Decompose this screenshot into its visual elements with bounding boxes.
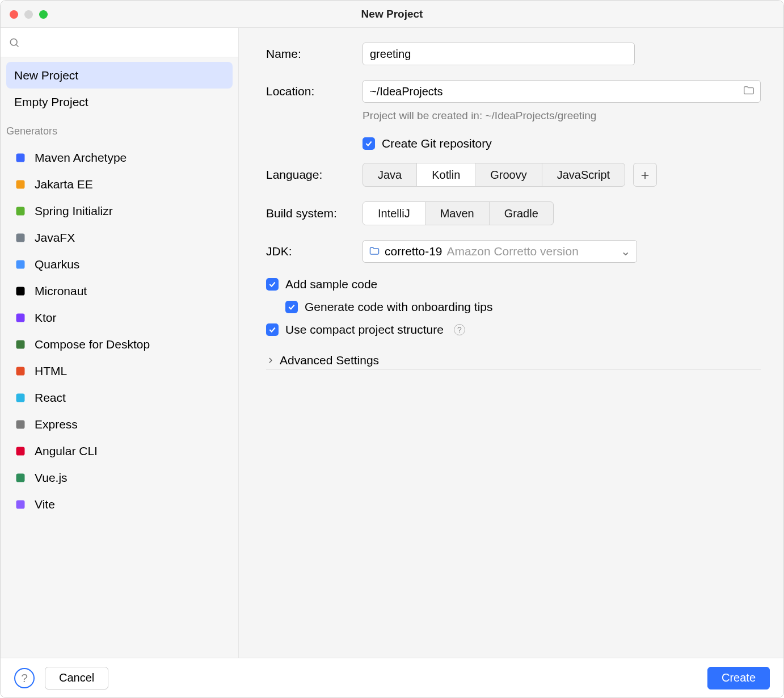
- help-button[interactable]: ?: [14, 668, 35, 688]
- sidebar-item-vue-js[interactable]: Vue.js: [6, 464, 233, 491]
- svg-rect-2: [16, 153, 25, 162]
- jdk-dropdown[interactable]: corretto-19 Amazon Corretto version ⌄: [363, 240, 637, 263]
- browse-folder-icon[interactable]: [743, 85, 755, 100]
- sidebar-item-empty-project[interactable]: Empty Project: [6, 89, 233, 115]
- jakarta-ee-icon: [14, 178, 27, 191]
- jdk-detail: Amazon Corretto version: [447, 245, 579, 258]
- cancel-button[interactable]: Cancel: [45, 667, 108, 689]
- sidebar-item-express[interactable]: Express: [6, 411, 233, 438]
- dialog-footer: ? Cancel Create: [1, 658, 783, 697]
- svg-rect-15: [16, 500, 25, 508]
- micronaut-icon: [14, 285, 27, 297]
- build-label: Build system:: [266, 207, 363, 220]
- sidebar-item-angular-cli[interactable]: Angular CLI: [6, 438, 233, 464]
- add-language-button[interactable]: ＋: [633, 163, 657, 187]
- vue-icon: [14, 472, 27, 484]
- sidebar-item-quarkus[interactable]: Quarkus: [6, 251, 233, 277]
- close-window-button[interactable]: [10, 10, 18, 19]
- maven-archetype-icon: [14, 152, 27, 164]
- sidebar-item-javafx[interactable]: JavaFX: [6, 224, 233, 251]
- generators-header: Generators: [1, 117, 238, 140]
- sidebar-item-label: Micronaut: [35, 284, 87, 298]
- titlebar: New Project: [1, 1, 783, 28]
- language-label: Language:: [266, 168, 363, 182]
- svg-line-1: [16, 44, 19, 47]
- spring-icon: [14, 205, 27, 217]
- git-checkbox[interactable]: [363, 137, 375, 150]
- chevron-right-icon: [266, 356, 275, 365]
- svg-rect-8: [16, 313, 25, 322]
- sidebar-item-label: Quarkus: [35, 258, 79, 271]
- advanced-settings-toggle[interactable]: Advanced Settings: [266, 354, 761, 370]
- svg-rect-3: [16, 180, 25, 188]
- name-input[interactable]: [363, 43, 635, 65]
- new-project-dialog: New Project New Project Empty Project Ge…: [0, 0, 784, 698]
- sidebar-item-spring-initializr[interactable]: Spring Initializr: [6, 197, 233, 224]
- sidebar: New Project Empty Project Generators Mav…: [1, 28, 239, 658]
- jdk-value: corretto-19: [385, 245, 442, 258]
- minimize-window-button[interactable]: [24, 10, 33, 19]
- svg-rect-6: [16, 260, 25, 268]
- onboarding-label: Generate code with onboarding tips: [305, 300, 493, 314]
- window-controls: [10, 1, 48, 28]
- sidebar-item-compose-for-desktop[interactable]: Compose for Desktop: [6, 331, 233, 358]
- svg-rect-9: [16, 340, 25, 348]
- quarkus-icon: [14, 258, 27, 271]
- sidebar-item-react[interactable]: React: [6, 384, 233, 411]
- svg-rect-7: [16, 287, 25, 295]
- language-segmented: JavaKotlinGroovyJavaScript: [363, 163, 625, 187]
- sidebar-item-maven-archetype[interactable]: Maven Archetype: [6, 144, 233, 171]
- sidebar-item-label: Empty Project: [14, 95, 88, 109]
- language-option-javascript[interactable]: JavaScript: [542, 163, 625, 186]
- sidebar-item-jakarta-ee[interactable]: Jakarta EE: [6, 171, 233, 197]
- svg-rect-12: [16, 420, 25, 428]
- html-icon: [14, 365, 27, 377]
- sidebar-item-label: Express: [35, 418, 78, 431]
- build-option-gradle[interactable]: Gradle: [489, 202, 553, 225]
- main-panel: Name: Location: Project will be created …: [239, 28, 783, 658]
- build-option-maven[interactable]: Maven: [425, 202, 489, 225]
- svg-rect-11: [16, 393, 25, 402]
- sidebar-item-label: JavaFX: [35, 231, 75, 245]
- compact-checkbox[interactable]: [266, 323, 279, 336]
- sidebar-item-label: HTML: [35, 364, 67, 378]
- jdk-label: JDK:: [266, 245, 363, 258]
- build-option-intellij[interactable]: IntelliJ: [363, 202, 425, 225]
- sidebar-item-micronaut[interactable]: Micronaut: [6, 277, 233, 304]
- javafx-icon: [14, 232, 27, 244]
- language-option-kotlin[interactable]: Kotlin: [416, 163, 475, 186]
- onboarding-checkbox[interactable]: [285, 301, 298, 313]
- angular-icon: [14, 445, 27, 457]
- location-label: Location:: [266, 85, 363, 98]
- sidebar-search[interactable]: [1, 28, 238, 57]
- ktor-icon: [14, 312, 27, 324]
- name-label: Name:: [266, 47, 363, 61]
- sidebar-item-label: Vite: [35, 498, 55, 511]
- language-option-groovy[interactable]: Groovy: [475, 163, 541, 186]
- compose-icon: [14, 338, 27, 351]
- sidebar-item-label: Maven Archetype: [35, 151, 127, 165]
- express-icon: [14, 418, 27, 431]
- build-segmented: IntelliJMavenGradle: [363, 201, 554, 225]
- sidebar-item-vite[interactable]: Vite: [6, 491, 233, 518]
- sidebar-item-html[interactable]: HTML: [6, 358, 233, 384]
- sidebar-item-label: Vue.js: [35, 471, 68, 485]
- sidebar-item-label: Spring Initializr: [35, 204, 113, 218]
- language-option-java[interactable]: Java: [363, 163, 416, 186]
- create-button[interactable]: Create: [707, 667, 770, 689]
- sidebar-item-label: Ktor: [35, 311, 57, 325]
- maximize-window-button[interactable]: [39, 10, 48, 19]
- svg-rect-14: [16, 473, 25, 482]
- sidebar-item-label: Angular CLI: [35, 444, 98, 458]
- git-label: Create Git repository: [382, 137, 492, 150]
- svg-rect-10: [16, 367, 25, 375]
- sidebar-item-label: Jakarta EE: [35, 178, 93, 191]
- sidebar-item-ktor[interactable]: Ktor: [6, 304, 233, 331]
- add-sample-checkbox[interactable]: [266, 278, 279, 291]
- svg-rect-5: [16, 233, 25, 242]
- sidebar-item-label: Compose for Desktop: [35, 338, 150, 351]
- chevron-down-icon: ⌄: [621, 245, 631, 258]
- sidebar-item-new-project[interactable]: New Project: [6, 62, 233, 89]
- help-icon[interactable]: ?: [454, 324, 465, 335]
- location-input[interactable]: [363, 80, 761, 103]
